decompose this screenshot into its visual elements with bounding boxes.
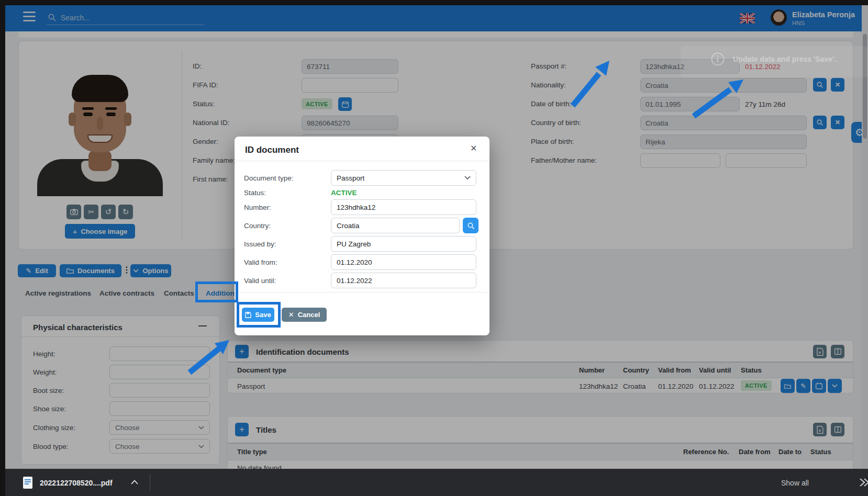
search-input[interactable]: Search... bbox=[61, 14, 90, 22]
uk-flag-icon[interactable] bbox=[740, 13, 755, 24]
field-label-gender: Gender: bbox=[193, 138, 218, 145]
place-of-birth-field[interactable] bbox=[640, 134, 807, 149]
cancel-button[interactable]: ✕ Cancel bbox=[282, 308, 327, 322]
status-badge: ACTIVE bbox=[302, 98, 332, 109]
user-org: HNS bbox=[792, 20, 805, 26]
col-document-type[interactable]: Document type bbox=[237, 366, 286, 374]
documents-button[interactable]: Documents bbox=[60, 264, 121, 277]
crop-image-button[interactable]: ✂ bbox=[84, 205, 98, 219]
modal-label-valid-from: Valid from: bbox=[244, 258, 277, 266]
columns-icon bbox=[834, 348, 841, 355]
blood-type-select[interactable]: Choose bbox=[109, 439, 210, 454]
annotation-arrow-expiry-date bbox=[688, 73, 749, 120]
tab-active-registrations[interactable]: Active registrations bbox=[25, 289, 91, 297]
field-label-first-name: First name: bbox=[193, 175, 228, 183]
tab-active-contracts[interactable]: Active contracts bbox=[99, 289, 154, 297]
rotate-right-button[interactable]: ↻ bbox=[118, 205, 133, 219]
calendar-icon bbox=[816, 382, 822, 389]
row-number: 123hdhka12 bbox=[579, 382, 618, 390]
clothing-size-select[interactable]: Choose bbox=[109, 420, 210, 435]
mother-name-field[interactable] bbox=[726, 153, 807, 168]
add-id-document-button[interactable]: + bbox=[235, 345, 249, 358]
add-title-button[interactable]: + bbox=[235, 423, 249, 436]
row-expand-button[interactable] bbox=[828, 379, 842, 393]
label-height: Height: bbox=[33, 350, 55, 358]
field-label-status: Status: bbox=[193, 100, 215, 108]
excel-file-icon: x bbox=[817, 426, 824, 434]
col-titles-status[interactable]: Status bbox=[810, 448, 831, 456]
modal-country-search-button[interactable] bbox=[463, 218, 478, 233]
col-valid-until[interactable]: Valid until bbox=[699, 366, 731, 374]
national-id-field[interactable] bbox=[302, 116, 398, 130]
caret-up-icon[interactable] bbox=[131, 480, 138, 484]
country-of-birth-clear-button[interactable]: ✕ bbox=[831, 116, 844, 129]
download-filename[interactable]: 2022122708520....pdf bbox=[40, 479, 113, 487]
physical-characteristics-title: Physical characteristics bbox=[33, 323, 123, 332]
col-reference-no[interactable]: Reference No. bbox=[683, 448, 729, 456]
modal-label-document-type: Document type: bbox=[244, 174, 294, 182]
column-settings-button[interactable] bbox=[831, 345, 844, 358]
modal-country-input[interactable] bbox=[331, 218, 460, 233]
col-status[interactable]: Status bbox=[741, 366, 762, 374]
take-photo-button[interactable] bbox=[66, 205, 81, 219]
player-photo bbox=[33, 62, 167, 196]
modal-label-issued-by: Issued by: bbox=[244, 240, 276, 248]
folder-icon bbox=[66, 268, 74, 274]
modal-document-type-select[interactable]: Passport bbox=[331, 170, 476, 186]
search-underline bbox=[47, 25, 205, 25]
collapse-minus-icon[interactable] bbox=[198, 325, 207, 326]
row-history-button[interactable] bbox=[812, 379, 826, 393]
country-of-birth-search-button[interactable] bbox=[813, 116, 827, 129]
col-country[interactable]: Country bbox=[623, 366, 649, 374]
nationality-search-button[interactable] bbox=[813, 78, 827, 92]
chevron-down-icon bbox=[198, 445, 204, 448]
modal-number-input[interactable] bbox=[331, 199, 476, 215]
plus-icon: + bbox=[73, 227, 77, 236]
field-label-country-of-birth: Country of birth: bbox=[531, 119, 581, 127]
col-title-type[interactable]: Title type bbox=[237, 448, 267, 456]
col-number[interactable]: Number bbox=[579, 366, 605, 374]
browser-download-bar: 2022122708520....pdf Show all bbox=[0, 469, 868, 496]
row-valid-from: 01.12.2020 bbox=[658, 382, 694, 390]
tab-contacts[interactable]: Contacts bbox=[164, 289, 194, 297]
label-weight: Weight: bbox=[33, 368, 57, 376]
choose-image-label: Choose image bbox=[81, 228, 127, 235]
export-excel-button[interactable]: x bbox=[813, 345, 827, 358]
col-valid-from[interactable]: Valid from bbox=[658, 366, 691, 374]
edit-button[interactable]: ✎ Edit bbox=[18, 264, 56, 277]
hamburger-menu-icon[interactable] bbox=[23, 12, 36, 24]
row-documents-button[interactable] bbox=[781, 379, 795, 393]
col-date-from[interactable]: Date from bbox=[739, 448, 771, 456]
edit-label: Edit bbox=[35, 267, 48, 275]
modal-close-icon[interactable]: ✕ bbox=[470, 143, 477, 153]
save-hint-text: Update data and press 'Save'. bbox=[733, 55, 836, 63]
id-field[interactable] bbox=[302, 59, 398, 74]
user-name: Elizabeta Peronja bbox=[792, 10, 855, 19]
status-history-button[interactable] bbox=[338, 97, 352, 111]
choose-image-button[interactable]: + Choose image bbox=[65, 224, 135, 239]
shoe-size-field[interactable] bbox=[109, 401, 210, 416]
col-date-to[interactable]: Date to bbox=[778, 448, 802, 456]
titles-column-settings-button[interactable] bbox=[831, 423, 844, 436]
chevron-down-icon bbox=[464, 176, 471, 180]
modal-valid-from-input[interactable] bbox=[331, 254, 476, 270]
titles-export-excel-button[interactable]: x bbox=[813, 423, 827, 436]
fifa-id-field[interactable] bbox=[302, 78, 398, 93]
identification-documents-card: + Identification documents x Document ty… bbox=[227, 340, 853, 393]
rotate-left-button[interactable]: ↺ bbox=[101, 205, 116, 219]
x-icon: ✕ bbox=[288, 311, 294, 319]
boot-size-field[interactable] bbox=[109, 383, 210, 398]
show-all-downloads[interactable]: Show all bbox=[781, 479, 809, 487]
modal-valid-until-input[interactable] bbox=[331, 273, 476, 288]
more-actions-dots-icon[interactable]: ⋮ bbox=[123, 265, 131, 275]
modal-issued-by-input[interactable] bbox=[331, 236, 476, 252]
titles-title: Titles bbox=[256, 425, 276, 434]
options-button[interactable]: Options bbox=[130, 264, 171, 277]
row-edit-button[interactable]: ✎ bbox=[796, 379, 810, 393]
chevron-right-icon[interactable] bbox=[859, 477, 868, 488]
annotation-arrow-passport bbox=[565, 57, 618, 109]
scrollbar-track[interactable] bbox=[862, 5, 868, 496]
nationality-clear-button[interactable]: ✕ bbox=[831, 78, 844, 92]
user-avatar[interactable] bbox=[771, 9, 787, 26]
father-name-field[interactable] bbox=[640, 153, 720, 168]
